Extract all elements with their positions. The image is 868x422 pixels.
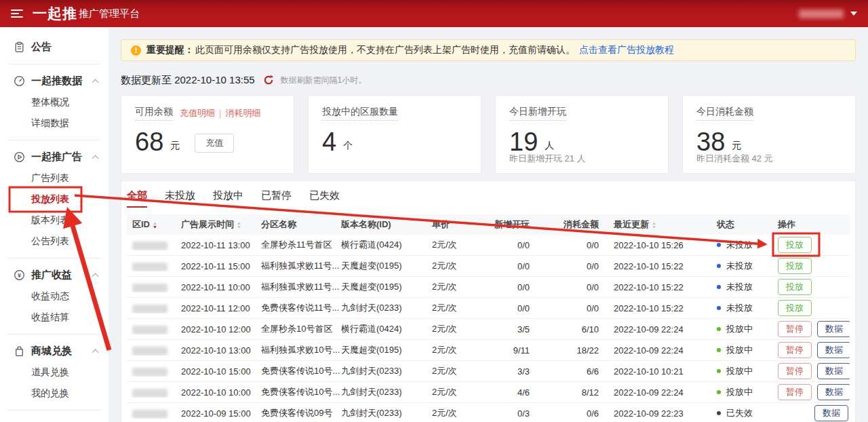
stat-value: 38: [696, 129, 725, 155]
status-text: 已失效: [726, 408, 753, 418]
pause-button[interactable]: 暂停: [778, 342, 812, 358]
sidebar-group-label: 推广收益: [31, 269, 72, 282]
cell-status: 未投放: [717, 302, 767, 314]
status-dot-icon: [717, 369, 721, 373]
deploy-button[interactable]: 投放: [778, 258, 812, 274]
sidebar-item-mall-1[interactable]: 我的兑换: [0, 383, 108, 404]
sidebar-item-data-0[interactable]: 整体概况: [0, 92, 108, 113]
table-row: 2022-10-10 15:00免费侠客传说10号...九剑封天(0233)2元…: [127, 361, 850, 382]
stat-card-label: 可用余额: [135, 106, 173, 121]
recharge-button[interactable]: 充值: [195, 134, 234, 153]
masked-zone-id: [132, 326, 167, 334]
cell-zone-name: 全屏秒杀11号首区: [261, 239, 341, 251]
stat-card-label: 今日消耗金额: [696, 106, 753, 121]
alert-text: 此页面可用余额仅支持广告投放使用，不支持在广告列表上架广告时使用，充值前请确认。: [195, 44, 575, 56]
refresh-icon[interactable]: [263, 75, 274, 85]
tab-0[interactable]: 全部: [127, 189, 147, 208]
tab-4[interactable]: 已失效: [309, 189, 340, 208]
pause-button[interactable]: 暂停: [778, 384, 812, 400]
cell-price: 2元/次: [425, 344, 473, 356]
cell-consume: 0/0: [534, 303, 601, 313]
status-dot-icon: [717, 285, 721, 289]
status-text: 投放中: [726, 387, 753, 397]
tab-1[interactable]: 未投放: [165, 189, 195, 208]
col-header-2[interactable]: 广告展示时间▲▼: [181, 218, 261, 231]
tab-2[interactable]: 投放中: [213, 189, 243, 208]
cell-consume: 8/12: [534, 387, 601, 398]
menu-collapse-icon[interactable]: [11, 9, 23, 18]
sidebar-item-mall-0[interactable]: 道具兑换: [0, 362, 108, 383]
sidebar-item-income-0[interactable]: 收益动态: [0, 286, 108, 307]
app-logo: 一起推: [33, 4, 77, 23]
table-row: 2022-10-09 15:00免费侠客传说09号九剑封天(0233)2元/次0…: [127, 403, 850, 422]
data-button[interactable]: 数据: [817, 342, 850, 358]
masked-zone-id: [132, 389, 167, 398]
cell-consume: 6/6: [534, 366, 601, 377]
divider: [8, 410, 100, 410]
detail-link-1[interactable]: 消耗明细: [225, 108, 260, 118]
cell-updated: 2022-10-09 22:24: [601, 345, 717, 356]
warning-icon: !: [131, 45, 141, 56]
refresh-note: 数据刷新需间隔1小时。: [281, 75, 367, 86]
table-row: 2022-10-10 10:00免费侠客传说10号...九剑封天(0233)2元…: [127, 382, 850, 403]
deploy-button[interactable]: 投放: [778, 300, 812, 316]
sidebar-item-ads-1[interactable]: 投放列表: [0, 189, 108, 210]
cell-price: 2元/次: [425, 239, 473, 251]
data-refresh-bar: 数据更新至 2022-10-10 13:55 数据刷新需间隔1小时。: [121, 73, 856, 87]
tab-3[interactable]: 已暂停: [261, 189, 292, 208]
cell-version-name: 横行霸道(0424): [341, 239, 425, 251]
cell-updated: 2022-10-09 22:24: [601, 387, 717, 398]
cell-updated: 2022-10-10 15:22: [601, 282, 717, 292]
alert-title: 重要提醒：: [146, 44, 194, 56]
divider: [8, 334, 100, 334]
cell-zone-name: 福利独孤求败11号...: [261, 281, 341, 293]
deploy-button[interactable]: 投放: [778, 237, 812, 253]
chevron-up-icon: [92, 273, 99, 280]
ad-tutorial-link[interactable]: 点击查看广告投放教程: [579, 44, 674, 56]
data-updated-text: 数据更新至 2022-10-10 13:55: [121, 74, 255, 87]
data-button[interactable]: 数据: [817, 384, 850, 400]
sidebar-item-ads-3[interactable]: 公告列表: [0, 231, 108, 252]
data-button[interactable]: 数据: [817, 363, 850, 379]
cell-display-time: 2022-10-10 15:00: [181, 366, 261, 377]
table-row: 2022-10-10 13:00福利独孤求败10号...天魔超变(0195)2元…: [127, 340, 850, 361]
app-title: 推广管理平台: [79, 7, 140, 20]
cell-actions: 暂停数据: [767, 363, 850, 379]
sidebar-item-ads-0[interactable]: 广告列表: [0, 168, 108, 189]
cell-version-name: 九剑封天(0233): [341, 302, 425, 314]
col-header-3: 分区名称: [261, 218, 341, 231]
detail-link-0[interactable]: 充值明细: [180, 108, 215, 118]
data-button[interactable]: 数据: [817, 321, 850, 337]
col-header-10: 操作: [767, 218, 850, 231]
pause-button[interactable]: 暂停: [778, 321, 812, 337]
cell-status: 投放中: [717, 386, 767, 398]
sidebar-item-income-1[interactable]: 收益结算: [0, 307, 108, 328]
status-text: 投放中: [726, 366, 753, 376]
cell-display-time: 2022-10-10 13:00: [181, 345, 261, 356]
status-dot-icon: [717, 243, 721, 247]
cell-price: 2元/次: [425, 386, 473, 398]
user-menu-caret-icon[interactable]: [850, 12, 857, 16]
sidebar-group-income[interactable]: ¥推广收益: [0, 265, 108, 286]
user-menu[interactable]: [799, 9, 857, 18]
sidebar-group-mall[interactable]: 商城兑换: [0, 341, 108, 362]
cell-actions: 投放: [767, 258, 850, 274]
cell-actions: 投放: [767, 237, 850, 253]
svg-text:¥: ¥: [18, 272, 21, 279]
col-header-8[interactable]: 最近更新▲▼: [601, 218, 717, 231]
col-header-1[interactable]: 区ID▲▼: [127, 218, 181, 231]
divider: [8, 140, 100, 140]
cell-display-time: 2022-10-11 12:00: [181, 303, 261, 313]
sidebar-group-ads[interactable]: 一起推广告: [0, 147, 108, 168]
data-button[interactable]: 数据: [814, 405, 848, 421]
pause-button[interactable]: 暂停: [778, 363, 812, 379]
deploy-list-card: 全部未投放投放中已暂停已失效 区ID▲▼广告展示时间▲▼分区名称版本名称(ID)…: [121, 180, 856, 422]
deploy-button[interactable]: 投放: [778, 279, 812, 295]
sidebar-item-ads-2[interactable]: 版本列表: [0, 210, 108, 231]
cell-display-time: 2022-10-10 10:00: [181, 387, 261, 398]
sidebar-group-notice[interactable]: 公告: [0, 37, 108, 58]
cell-actions: 暂停数据: [767, 384, 850, 400]
sidebar-group-data[interactable]: 一起推数据: [0, 71, 108, 92]
sidebar-item-data-1[interactable]: 详细数据: [0, 113, 108, 134]
cell-new-plays: 0/0: [473, 261, 534, 271]
